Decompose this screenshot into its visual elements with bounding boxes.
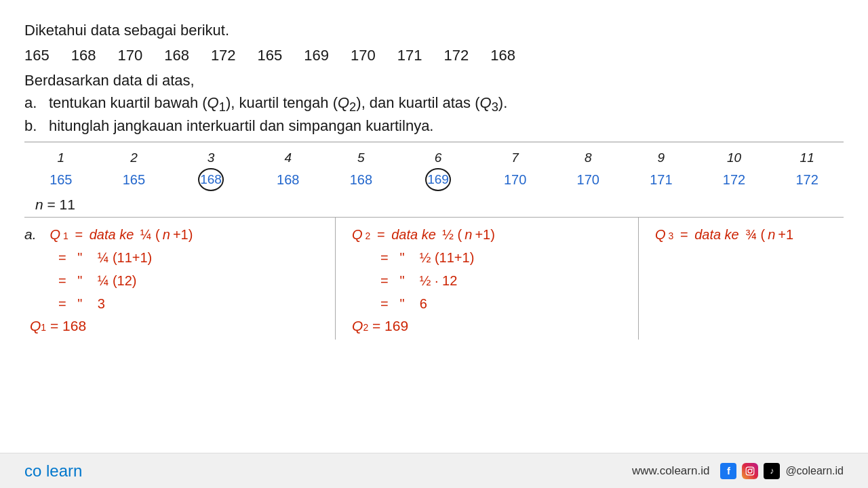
q1-step2: = " ¼ (12) bbox=[58, 269, 327, 292]
main-content: Diketahui data sebagai berikut. 165 168 … bbox=[0, 0, 868, 340]
footer-right: www.colearn.id f ♪ @colearn.id bbox=[632, 463, 844, 479]
q3-column: Q3 = data ke ¾ (n+1 bbox=[639, 218, 844, 340]
q1-result: Q1 = 168 bbox=[30, 318, 327, 334]
q3-header: Q3 = data ke ¾ (n+1 bbox=[655, 223, 838, 246]
svg-point-2 bbox=[752, 468, 753, 469]
index-row: 1 2 3 4 5 6 7 8 9 10 11 bbox=[24, 149, 844, 167]
context-line: Berdasarkan data di atas, bbox=[24, 69, 844, 92]
ordered-table: 1 2 3 4 5 6 7 8 9 10 11 165 165 168 168 … bbox=[24, 149, 844, 192]
problem-text: Diketahui data sebagai berikut. 165 168 … bbox=[24, 19, 844, 92]
social-handle: @colearn.id bbox=[785, 465, 844, 477]
circled-169: 169 bbox=[425, 168, 451, 191]
svg-point-1 bbox=[748, 469, 752, 473]
q1-step1: = " ¼ (11+1) bbox=[58, 246, 327, 269]
facebook-icon: f bbox=[720, 463, 736, 479]
tiktok-icon: ♪ bbox=[764, 463, 780, 479]
a-label: a. bbox=[24, 226, 37, 243]
solution-area: a. Q1 = data ke ¼ (n+1) = " ¼ (11+1) = "… bbox=[24, 217, 844, 340]
circled-168: 168 bbox=[198, 168, 224, 191]
problem-title: Diketahui data sebagai berikut. bbox=[24, 19, 844, 41]
question-a: a. tentukan kuartil bawah (Q1), kuartil … bbox=[24, 94, 844, 115]
q1-step3: = " 3 bbox=[58, 292, 327, 315]
divider-1 bbox=[24, 142, 844, 142]
data-row: 165 168 170 168 172 165 169 170 171 172 … bbox=[24, 44, 844, 66]
q2-column: Q2 = data ke ½ (n+1) = " ½ (11+1) = " ½ … bbox=[336, 218, 639, 340]
value-row: 165 165 168 168 168 169 170 170 171 172 … bbox=[24, 167, 844, 192]
footer: co learn www.colearn.id f ♪ @colearn.id bbox=[0, 453, 868, 488]
ordered-section: 1 2 3 4 5 6 7 8 9 10 11 165 165 168 168 … bbox=[24, 149, 844, 192]
q2-result: Q2 = 169 bbox=[352, 318, 627, 334]
instagram-icon bbox=[742, 463, 758, 479]
q1-header: Q1 = data ke ¼ (n+1) bbox=[50, 223, 193, 246]
q2-step3: = " 6 bbox=[380, 292, 627, 315]
footer-logo: co learn bbox=[24, 462, 82, 481]
q2-header: Q2 = data ke ½ (n+1) bbox=[352, 223, 627, 246]
footer-social: f ♪ @colearn.id bbox=[720, 463, 844, 479]
q2-step2: = " ½ · 12 bbox=[380, 269, 627, 292]
footer-url: www.colearn.id bbox=[632, 464, 709, 478]
q1-column: a. Q1 = data ke ¼ (n+1) = " ¼ (11+1) = "… bbox=[24, 218, 336, 340]
questions: a. tentukan kuartil bawah (Q1), kuartil … bbox=[24, 94, 844, 135]
n-value: n = 11 bbox=[35, 197, 844, 213]
svg-rect-0 bbox=[747, 467, 755, 475]
q2-step1: = " ½ (11+1) bbox=[380, 246, 627, 269]
question-b: b. hitunglah jangkauan interkuartil dan … bbox=[24, 117, 844, 135]
